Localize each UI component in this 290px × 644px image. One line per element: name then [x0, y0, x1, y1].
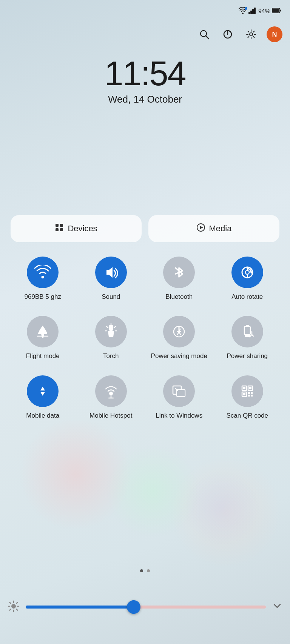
scanqr-tile-icon	[231, 375, 263, 407]
svg-rect-15	[60, 224, 63, 227]
brightness-row	[8, 600, 282, 614]
svg-text:+: +	[245, 8, 247, 10]
page-dot-2	[147, 569, 150, 572]
devices-button[interactable]: Devices	[11, 215, 142, 242]
user-avatar[interactable]: N	[267, 26, 282, 42]
tile-torch[interactable]: Torch	[79, 316, 143, 360]
mobiledata-tile-icon	[27, 375, 59, 407]
chevron-down-icon[interactable]	[272, 601, 282, 614]
clock-date: Wed, 14 October	[0, 94, 290, 105]
svg-rect-29	[245, 335, 250, 337]
wifi-tile-label: 969BB 5 ghz	[25, 293, 61, 301]
svg-rect-36	[177, 390, 185, 396]
scanqr-tile-label: Scan QR code	[226, 412, 268, 420]
tile-sound[interactable]: Sound	[79, 257, 143, 301]
torch-tile-label: Torch	[103, 352, 119, 360]
svg-rect-47	[251, 395, 253, 397]
tile-bluetooth[interactable]: Bluetooth	[147, 257, 211, 301]
flightmode-tile-icon	[27, 316, 59, 347]
hotspot-tile-label: Mobile Hotspot	[89, 412, 132, 420]
tile-hotspot[interactable]: Mobile Hotspot	[79, 375, 143, 420]
flightmode-tile-label: Flight mode	[26, 352, 60, 360]
brightness-slider[interactable]	[26, 606, 266, 609]
svg-line-55	[10, 609, 11, 610]
tile-powersaving[interactable]: Power saving mode	[147, 316, 211, 360]
battery-icon	[272, 8, 281, 15]
powersaving-tile-icon	[163, 316, 195, 347]
clock-time: 11:54	[0, 57, 290, 91]
tile-flightmode[interactable]: Flight mode	[11, 316, 75, 360]
tile-mobiledata[interactable]: Mobile data	[11, 375, 75, 420]
svg-rect-3	[250, 11, 252, 14]
svg-rect-45	[251, 392, 253, 394]
svg-point-22	[245, 271, 249, 274]
battery-percent: 94%	[258, 8, 270, 15]
torch-tile-icon	[95, 316, 127, 347]
svg-rect-4	[252, 9, 254, 14]
panel-buttons: Devices Media	[11, 215, 279, 242]
powersaving-tile-label: Power saving mode	[151, 352, 207, 360]
powersharing-tile-icon	[231, 316, 263, 347]
page-dots	[0, 569, 290, 572]
svg-rect-39	[243, 387, 245, 389]
svg-rect-27	[244, 326, 250, 335]
tile-wifi[interactable]: 969BB 5 ghz	[11, 257, 75, 301]
brightness-icon	[8, 600, 20, 614]
svg-point-31	[109, 392, 113, 395]
media-label: Media	[209, 224, 232, 234]
tile-linkwindows[interactable]: Link to Windows	[147, 375, 211, 420]
signal-icon	[248, 7, 257, 15]
svg-line-53	[10, 603, 11, 604]
svg-rect-16	[56, 228, 59, 231]
settings-button[interactable]	[243, 26, 259, 42]
autorotate-tile-icon	[231, 257, 263, 288]
svg-rect-43	[243, 393, 245, 395]
svg-rect-7	[272, 9, 279, 12]
tile-autorotate[interactable]: Auto rotate	[215, 257, 280, 301]
svg-line-10	[206, 36, 209, 39]
svg-rect-46	[248, 395, 250, 397]
page-dot-1	[140, 569, 143, 572]
svg-rect-2	[248, 12, 250, 14]
sound-tile-icon	[95, 257, 127, 288]
svg-rect-8	[280, 10, 281, 12]
svg-rect-41	[249, 387, 251, 389]
svg-rect-25	[109, 325, 113, 331]
media-icon	[196, 223, 205, 234]
wifi-tile-icon	[27, 257, 59, 288]
devices-label: Devices	[68, 224, 97, 234]
tile-scanqr[interactable]: Scan QR code	[215, 375, 280, 420]
media-button[interactable]: Media	[148, 215, 279, 242]
linkwindows-tile-icon	[163, 375, 195, 407]
status-bar: + 94%	[0, 0, 290, 23]
svg-rect-5	[254, 8, 256, 14]
bluetooth-tile-icon	[163, 257, 195, 288]
wifi-status-icon: +	[239, 7, 247, 16]
bluetooth-tile-label: Bluetooth	[165, 293, 193, 301]
devices-icon	[55, 223, 64, 234]
tiles-grid: 969BB 5 ghz Sound Bluetooth	[11, 257, 279, 420]
powersharing-tile-label: Power sharing	[227, 352, 268, 360]
svg-rect-14	[56, 224, 59, 227]
svg-rect-28	[246, 325, 249, 327]
svg-rect-17	[60, 228, 63, 231]
svg-rect-44	[248, 392, 250, 394]
svg-line-54	[17, 609, 18, 610]
svg-marker-19	[200, 226, 203, 229]
clock-section: 11:54 Wed, 14 October	[0, 57, 290, 105]
hotspot-tile-icon	[95, 375, 127, 407]
status-icons: + 94%	[239, 7, 281, 16]
search-button[interactable]	[196, 26, 212, 42]
power-button[interactable]	[220, 26, 236, 42]
tile-powersharing[interactable]: Power sharing	[215, 316, 280, 360]
svg-line-56	[17, 603, 18, 604]
linkwindows-tile-label: Link to Windows	[156, 412, 202, 420]
svg-point-48	[11, 604, 16, 609]
sound-tile-label: Sound	[102, 293, 120, 301]
mobiledata-tile-label: Mobile data	[26, 412, 59, 420]
autorotate-tile-label: Auto rotate	[231, 293, 263, 301]
quick-actions-row: N	[196, 26, 282, 42]
svg-point-13	[250, 33, 253, 36]
